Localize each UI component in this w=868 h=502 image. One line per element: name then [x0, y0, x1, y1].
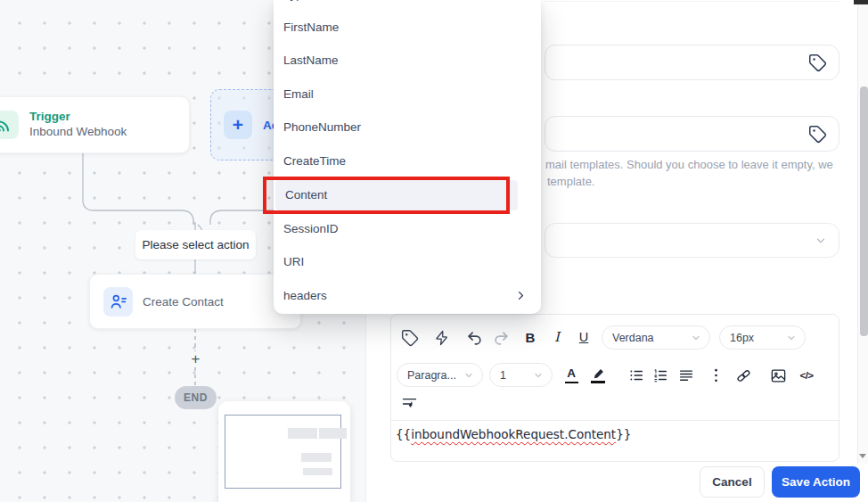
template-select[interactable]: [545, 223, 839, 258]
panel-divider: [545, 1, 839, 2]
subject-input[interactable]: [545, 45, 839, 80]
menu-item-createtime[interactable]: CreateTime: [274, 146, 541, 177]
menu-item-phonenumber[interactable]: PhoneNumber: [274, 112, 541, 143]
text-color-button[interactable]: A: [561, 364, 582, 387]
italic-button[interactable]: I: [545, 325, 569, 349]
chevron-down-icon: [815, 235, 827, 247]
menu-item-firstname[interactable]: FirstName: [274, 12, 541, 43]
paragraph-style-value: Paragra...: [407, 369, 456, 382]
insert-tag-button[interactable]: [398, 326, 422, 350]
preview-frame: [225, 415, 341, 489]
inbound-webhook-icon: [0, 111, 19, 139]
editor-divider: [391, 420, 839, 421]
from-name-input[interactable]: [545, 116, 839, 152]
highlight-color-button[interactable]: [586, 364, 610, 387]
line-height-value: 1: [500, 369, 506, 382]
numbered-list-button[interactable]: [649, 364, 672, 387]
trigger-node[interactable]: Trigger Inbound Webhook: [0, 96, 190, 153]
scrollbar-down-arrow-icon[interactable]: [859, 454, 866, 458]
skeleton-bar: [319, 428, 347, 439]
color-bar: [565, 382, 578, 384]
tag-icon[interactable]: [808, 53, 827, 72]
token-suffix: }}: [616, 427, 631, 441]
redo-button[interactable]: [489, 326, 512, 350]
menu-item-lastname[interactable]: LastName: [274, 45, 541, 76]
chevron-right-icon: [515, 290, 527, 301]
paragraph-style-select[interactable]: Paragra...: [397, 363, 483, 387]
helper-text-line1: mail templates. Should you choose to lea…: [545, 156, 833, 173]
menu-item-email[interactable]: Email: [274, 79, 541, 110]
preview-card[interactable]: [218, 401, 350, 502]
token-prefix: {{: [396, 427, 411, 441]
contact-icon: [103, 287, 133, 317]
chevron-down-icon: [533, 370, 544, 381]
rich-text-editor: B I U Verdana 16px Paragra... 1: [390, 314, 839, 462]
create-contact-label: Create Contact: [143, 295, 224, 309]
helper-text-line2: template.: [547, 173, 594, 190]
menu-item-uri[interactable]: URI: [274, 247, 541, 277]
menu-item-headers[interactable]: headers: [274, 281, 541, 311]
bold-button[interactable]: B: [519, 325, 542, 349]
bullet-list-button[interactable]: [625, 364, 648, 387]
trigger-title: Trigger: [29, 110, 127, 125]
align-button[interactable]: [675, 364, 698, 387]
menu-item-partial[interactable]: Type: [274, 0, 541, 5]
cancel-button[interactable]: Cancel: [700, 466, 765, 498]
action-prompt-label: Please select action: [135, 230, 256, 259]
chevron-down-icon: [463, 370, 474, 381]
scrollbar-top-mark: [854, 0, 868, 4]
undo-button[interactable]: [463, 326, 486, 350]
chevron-down-icon: [691, 333, 701, 343]
trigger-subtitle: Inbound Webhook: [29, 125, 127, 140]
skeleton-bar: [301, 453, 332, 462]
insert-step-plus-icon[interactable]: +: [188, 351, 203, 366]
menu-item-label: headers: [283, 289, 327, 302]
menu-item-content[interactable]: Content: [275, 180, 518, 210]
insert-image-button[interactable]: [766, 364, 790, 387]
panel-scrollbar[interactable]: [857, 0, 868, 464]
underline-button[interactable]: U: [572, 325, 595, 349]
save-action-button[interactable]: Save Action: [772, 466, 860, 498]
line-height-select[interactable]: 1: [489, 363, 553, 387]
font-family-select[interactable]: Verdana: [602, 325, 710, 350]
create-contact-node[interactable]: Create Contact: [89, 274, 301, 329]
tag-icon[interactable]: [808, 125, 827, 144]
highlight-bar: [591, 381, 605, 383]
merge-token: inboundWebhookRequest.Content: [411, 427, 616, 441]
menu-item-sessionid[interactable]: SessionID: [274, 214, 541, 244]
text-color-letter: A: [567, 367, 576, 380]
plus-icon: +: [224, 111, 252, 139]
chevron-down-icon: [786, 333, 797, 343]
line-break-button[interactable]: [397, 391, 421, 413]
more-options-button[interactable]: [708, 364, 724, 387]
scrollbar-thumb[interactable]: [860, 86, 868, 336]
editor-body[interactable]: {{inboundWebhookRequest.Content}}: [396, 427, 834, 441]
field-picker-menu: Type FirstName LastName Email PhoneNumbe…: [274, 0, 541, 314]
font-size-value: 16px: [730, 332, 754, 344]
font-size-select[interactable]: 16px: [719, 325, 806, 350]
font-family-value: Verdana: [612, 332, 654, 344]
dynamic-field-lightning-button[interactable]: [430, 326, 454, 350]
end-badge: END: [175, 386, 217, 409]
skeleton-bar: [303, 468, 332, 475]
insert-link-button[interactable]: [731, 364, 756, 387]
code-view-button[interactable]: </>: [793, 364, 820, 387]
skeleton-bar: [288, 428, 317, 439]
